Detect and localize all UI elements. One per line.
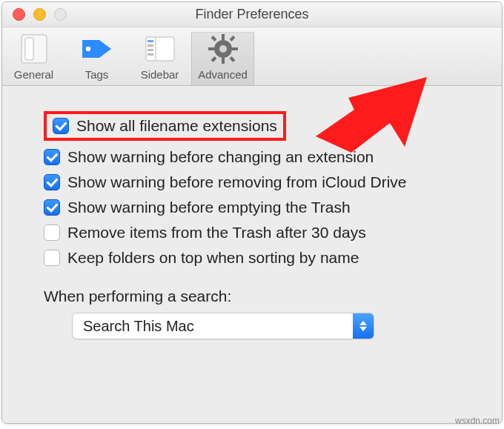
tab-sidebar[interactable]: Sidebar	[128, 32, 191, 85]
option-label: Show warning before changing an extensio…	[67, 148, 374, 166]
checkbox-icon[interactable]	[44, 174, 60, 190]
option-remove-trash-30-days[interactable]: Remove items from the Trash after 30 day…	[44, 224, 472, 242]
option-label: Show all filename extensions	[76, 117, 277, 135]
svg-rect-10	[222, 34, 225, 40]
option-label: Keep folders on top when sorting by name	[67, 249, 359, 267]
option-folders-on-top[interactable]: Keep folders on top when sorting by name	[44, 249, 472, 267]
checkbox-icon[interactable]	[44, 149, 60, 165]
option-warn-change-extension[interactable]: Show warning before changing an extensio…	[44, 148, 472, 166]
tab-general[interactable]: General	[2, 32, 65, 85]
tab-general-label: General	[14, 68, 53, 81]
chevron-updown-icon	[353, 313, 374, 339]
tab-sidebar-label: Sidebar	[141, 68, 179, 81]
svg-point-18	[219, 45, 227, 53]
window-title: Finder Preferences	[2, 7, 502, 22]
sidebar-icon	[143, 33, 177, 65]
svg-point-2	[85, 47, 90, 51]
search-section-label: When performing a search:	[44, 287, 472, 305]
traffic-lights	[2, 8, 67, 21]
option-label: Remove items from the Trash after 30 day…	[67, 224, 366, 242]
options-list: Show all filename extensions Show warnin…	[44, 111, 472, 267]
tag-icon	[80, 33, 114, 65]
svg-rect-7	[147, 49, 153, 51]
option-warn-empty-trash[interactable]: Show warning before emptying the Trash	[44, 199, 472, 216]
tab-advanced-label: Advanced	[198, 68, 248, 81]
svg-rect-11	[222, 58, 225, 64]
option-label: Show warning before removing from iCloud…	[67, 173, 407, 191]
svg-rect-12	[208, 47, 214, 50]
tab-advanced[interactable]: Advanced	[191, 32, 254, 85]
svg-rect-5	[147, 40, 153, 42]
content-pane: Show all filename extensions Show warnin…	[2, 86, 502, 423]
option-label: Show warning before emptying the Trash	[67, 199, 351, 216]
checkbox-icon[interactable]	[44, 250, 60, 266]
svg-rect-13	[232, 47, 238, 50]
toolbar: General Tags S	[2, 27, 502, 86]
titlebar: Finder Preferences	[2, 2, 502, 27]
checkbox-icon[interactable]	[44, 199, 60, 216]
svg-rect-1	[25, 38, 33, 60]
option-warn-remove-icloud[interactable]: Show warning before removing from iCloud…	[44, 173, 472, 191]
close-icon[interactable]	[13, 8, 25, 21]
switch-icon	[17, 33, 51, 65]
select-value: Search This Mac	[73, 318, 194, 335]
tab-tags-label: Tags	[85, 68, 109, 81]
zoom-icon	[54, 8, 67, 21]
svg-rect-16	[210, 56, 216, 62]
svg-rect-14	[210, 36, 216, 41]
gear-icon	[206, 33, 240, 65]
svg-rect-15	[229, 36, 235, 41]
checkbox-icon[interactable]	[53, 118, 69, 134]
watermark: wsxdn.com	[455, 416, 500, 426]
svg-rect-6	[147, 44, 153, 47]
svg-rect-8	[147, 53, 153, 56]
checkbox-icon[interactable]	[44, 225, 60, 241]
minimize-icon[interactable]	[33, 8, 46, 21]
option-show-extensions[interactable]: Show all filename extensions	[44, 111, 286, 141]
search-scope-select[interactable]: Search This Mac	[72, 313, 374, 339]
svg-rect-17	[229, 56, 235, 62]
tab-tags[interactable]: Tags	[65, 32, 128, 85]
preferences-window: Finder Preferences General Tags	[1, 1, 503, 424]
